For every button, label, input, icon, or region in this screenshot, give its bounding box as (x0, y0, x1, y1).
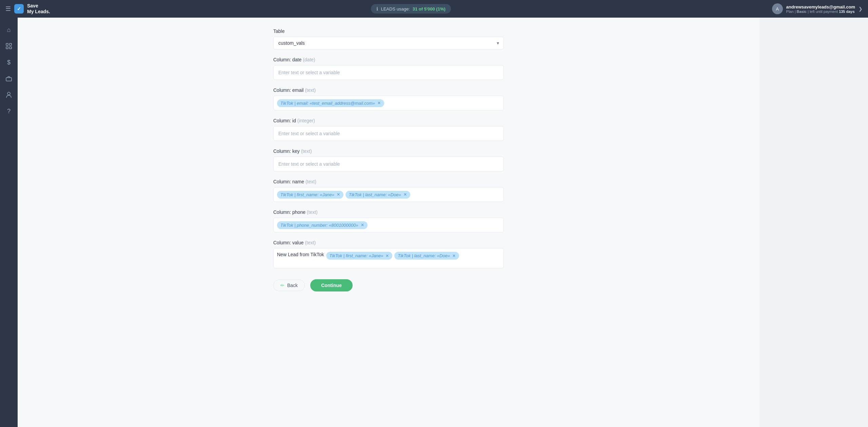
sidebar-item-home[interactable]: ⌂ (2, 23, 16, 37)
col-phone-label: Column: phone (text) (273, 209, 504, 215)
table-select[interactable]: custom_vals (273, 37, 504, 49)
navbar-right: A andrewsavemyleads@gmail.com Plan | Bas… (772, 3, 863, 14)
svg-rect-2 (6, 47, 8, 49)
value-token1-close[interactable]: ✕ (386, 253, 389, 258)
value-token2-close[interactable]: ✕ (452, 253, 456, 258)
logo-box: ✓ (14, 4, 24, 14)
user-plan: Plan | Basic | left until payment 135 da… (786, 9, 855, 14)
col-phone-group: Column: phone (text) TikTok | phone_numb… (273, 209, 504, 232)
chevron-right-icon[interactable]: ❯ (859, 6, 863, 12)
hamburger-icon[interactable]: ☰ (5, 5, 11, 13)
col-key-group: Column: key (text) (273, 148, 504, 171)
value-token-1[interactable]: TikTok | first_name: «Jane» ✕ (326, 252, 393, 260)
email-token-close[interactable]: ✕ (377, 101, 381, 105)
col-id-input[interactable] (273, 126, 504, 141)
col-value-group: Column: value (text) New Lead from TikTo… (273, 240, 504, 268)
col-value-tokens[interactable]: New Lead from TikTok TikTok | first_name… (273, 248, 504, 268)
name-token1-close[interactable]: ✕ (337, 192, 340, 197)
main-content: Table custom_vals ▾ Column: date (date) (18, 18, 760, 427)
sidebar-item-billing[interactable]: $ (2, 56, 16, 69)
table-select-wrapper: custom_vals ▾ (273, 37, 504, 49)
col-key-input[interactable] (273, 157, 504, 171)
continue-button[interactable]: Continue (310, 279, 353, 291)
phone-token[interactable]: TikTok | phone_number: «8001000000» ✕ (277, 221, 368, 229)
button-row: ✏ Back Continue (273, 279, 504, 291)
app-body: ⌂ $ ? Tabl (0, 18, 868, 427)
user-avatar: A (772, 3, 783, 14)
svg-point-5 (7, 92, 10, 95)
col-value-label: Column: value (text) (273, 240, 504, 245)
svg-rect-4 (6, 78, 12, 81)
col-name-tokens[interactable]: TikTok | first_name: «Jane» ✕ TikTok | l… (273, 187, 504, 202)
back-button[interactable]: ✏ Back (273, 280, 305, 291)
info-icon: ℹ (376, 6, 378, 12)
usage-label: LEADS usage: (381, 6, 410, 12)
phone-token-close[interactable]: ✕ (361, 223, 364, 227)
form-section: Table custom_vals ▾ Column: date (date) (273, 28, 504, 291)
logo-checkmark: ✓ (17, 6, 21, 12)
name-token2-close[interactable]: ✕ (403, 192, 407, 197)
table-field-group: Table custom_vals ▾ (273, 28, 504, 49)
col-date-group: Column: date (date) (273, 57, 504, 80)
usage-count: 31 of 5'000 (1%) (413, 6, 446, 12)
table-label: Table (273, 28, 504, 34)
col-id-label: Column: id (integer) (273, 118, 504, 123)
sidebar-item-user[interactable] (2, 88, 16, 102)
leads-usage-badge: ℹ LEADS usage: 31 of 5'000 (1%) (371, 4, 451, 14)
col-date-input[interactable] (273, 65, 504, 80)
sidebar-item-help[interactable]: ? (2, 104, 16, 118)
sidebar-item-connections[interactable] (2, 39, 16, 53)
value-token-2[interactable]: TikTok | last_name: «Doe» ✕ (394, 252, 459, 260)
navbar: ☰ ✓ Save My Leads. ℹ LEADS usage: 31 of … (0, 0, 868, 18)
col-key-label: Column: key (text) (273, 148, 504, 154)
email-token[interactable]: TikTok | email: «test_email_address@mail… (277, 99, 384, 107)
name-token-2[interactable]: TikTok | last_name: «Doe» ✕ (346, 191, 410, 199)
svg-rect-0 (6, 43, 8, 45)
col-date-label: Column: date (date) (273, 57, 504, 62)
col-value-plain-text: New Lead from TikTok (277, 252, 324, 257)
col-email-label: Column: email (text) (273, 87, 504, 93)
col-name-group: Column: name (text) TikTok | first_name:… (273, 179, 504, 202)
col-email-tokens[interactable]: TikTok | email: «test_email_address@mail… (273, 96, 504, 110)
right-panel (760, 18, 868, 427)
svg-rect-3 (9, 47, 12, 49)
col-email-group: Column: email (text) TikTok | email: «te… (273, 87, 504, 110)
logo-text: Save My Leads. (27, 3, 50, 15)
col-id-group: Column: id (integer) (273, 118, 504, 141)
navbar-left: ☰ ✓ Save My Leads. (5, 3, 50, 15)
sidebar-item-briefcase[interactable] (2, 72, 16, 85)
pencil-icon: ✏ (280, 283, 284, 288)
name-token-1[interactable]: TikTok | first_name: «Jane» ✕ (277, 191, 343, 199)
col-phone-tokens[interactable]: TikTok | phone_number: «8001000000» ✕ (273, 218, 504, 232)
user-info: andrewsavemyleads@gmail.com Plan | Basic… (786, 4, 855, 14)
user-name: andrewsavemyleads@gmail.com (786, 4, 855, 9)
col-name-label: Column: name (text) (273, 179, 504, 184)
navbar-center: ℹ LEADS usage: 31 of 5'000 (1%) (50, 4, 772, 14)
sidebar: ⌂ $ ? (0, 18, 18, 427)
svg-rect-1 (9, 43, 12, 45)
